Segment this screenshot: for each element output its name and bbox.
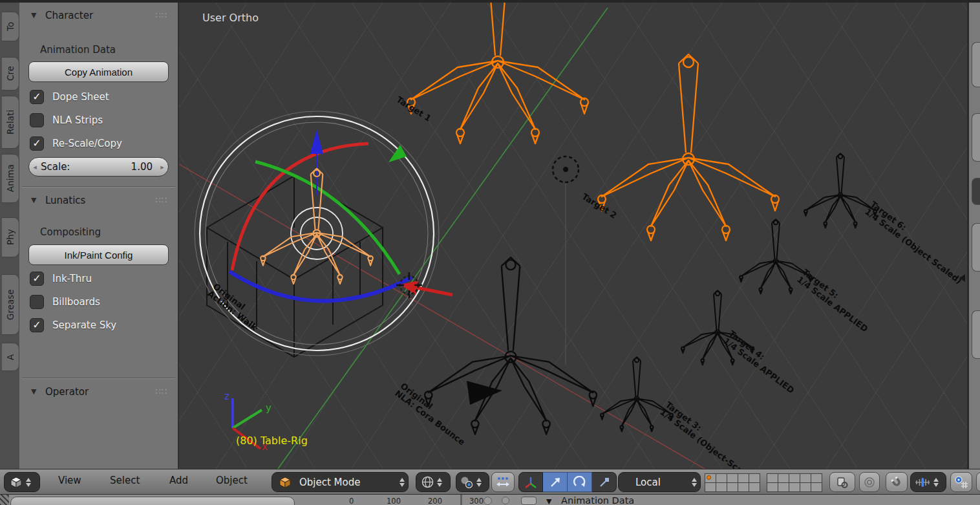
slider-left-arrow-icon[interactable]: ◂ — [29, 163, 41, 171]
layer-cell[interactable] — [800, 482, 811, 492]
checkbox-billboards[interactable]: Billboards — [30, 294, 100, 310]
manipulator-scale-button[interactable] — [592, 472, 617, 492]
rig-target-2[interactable] — [598, 54, 779, 241]
shading-dropdown[interactable] — [416, 472, 451, 492]
mode-dropdown[interactable]: Object Mode — [272, 472, 409, 492]
mode-label: Object Mode — [299, 477, 396, 488]
tab-grease[interactable]: Grease — [2, 274, 19, 335]
manipulator-translate-button[interactable] — [543, 472, 568, 492]
layer-cell[interactable] — [767, 473, 778, 483]
layer-cell[interactable] — [778, 482, 789, 492]
scale-icon — [598, 476, 611, 489]
checkbox-dope-sheet[interactable]: ✓ Dope Sheet — [30, 89, 109, 105]
manipulate-center-points-toggle[interactable] — [491, 472, 515, 492]
copy-animation-button[interactable]: Copy Animation — [28, 61, 169, 82]
region-separator — [460, 495, 462, 505]
tab-tools[interactable]: To — [2, 12, 19, 41]
right-tab-3-active[interactable] — [972, 178, 980, 205]
animation-data-panel-header[interactable]: ▼ Animation Data — [546, 495, 634, 505]
right-tab-5[interactable] — [972, 310, 980, 359]
snap-magnet-button[interactable] — [886, 472, 908, 492]
checkbox-box[interactable] — [30, 295, 44, 309]
menu-object[interactable]: Object — [216, 475, 248, 486]
region-expand-arrow-icon[interactable] — [959, 274, 965, 282]
proportional-edit-icon — [864, 477, 875, 488]
checkbox-box[interactable]: ✓ — [30, 136, 44, 151]
ruler-tick-label: 100 — [387, 497, 401, 505]
ink-paint-config-button[interactable]: Ink/Paint Config — [28, 244, 169, 265]
pivot-point-icon — [460, 476, 473, 489]
panel-grip-icon[interactable]: ∷∷ — [155, 10, 167, 20]
checkbox-box[interactable]: ✓ — [30, 318, 44, 332]
menu-add[interactable]: Add — [169, 475, 188, 486]
checkbox-separate-sky[interactable]: ✓ Separate Sky — [30, 317, 116, 334]
layer-cell[interactable] — [716, 482, 727, 492]
checkbox-rescale-copy[interactable]: ✓ Re-Scale/Copy — [30, 135, 122, 152]
layer-cell[interactable] — [705, 473, 716, 483]
rig-original-black[interactable] — [425, 257, 597, 435]
timeline-field[interactable] — [10, 497, 295, 505]
view-name-label: User Ortho — [202, 12, 259, 24]
proportional-edit-button[interactable] — [859, 472, 880, 492]
layer-cell[interactable] — [727, 482, 738, 492]
layer-cell[interactable] — [716, 473, 727, 483]
layer-cell[interactable] — [778, 473, 789, 483]
right-tab-2[interactable] — [972, 113, 980, 162]
snap-target-button[interactable] — [950, 472, 972, 492]
pivot-dropdown[interactable] — [456, 472, 489, 492]
round-button[interactable] — [484, 497, 492, 505]
rig-target-3[interactable] — [601, 357, 673, 431]
manipulator-axis-button[interactable] — [518, 472, 543, 492]
layer-cell[interactable] — [738, 473, 749, 483]
tab-create[interactable]: Cre — [2, 57, 19, 91]
checkbox-nla-strips[interactable]: NLA Strips — [30, 112, 103, 129]
slider-right-arrow-icon[interactable]: ▸ — [156, 163, 168, 171]
panel-checkbox[interactable] — [521, 497, 537, 505]
right-region-edge — [967, 3, 980, 469]
layer-cell[interactable] — [749, 473, 760, 483]
checkbox-label: Separate Sky — [52, 319, 116, 331]
menu-view[interactable]: View — [58, 475, 81, 486]
viewport-3d[interactable]: z y x User Ortho (80) Table-Rig Target 1… — [179, 3, 967, 469]
layer-cell[interactable] — [811, 473, 822, 483]
panel-grip-icon[interactable]: ∷∷ — [155, 387, 167, 396]
right-tab-4[interactable] — [972, 223, 980, 272]
layer-cell[interactable] — [749, 482, 760, 492]
checkbox-ink-thru[interactable]: ✓ Ink-Thru — [30, 270, 92, 287]
layer-cell[interactable] — [767, 482, 778, 492]
tab-animation[interactable]: Anima — [2, 154, 19, 203]
checkbox-box[interactable] — [30, 113, 44, 127]
menu-select[interactable]: Select — [110, 475, 140, 486]
snap-element-dropdown[interactable] — [910, 472, 946, 492]
checkbox-box[interactable]: ✓ — [30, 90, 44, 104]
panel-header-operator[interactable]: ▼ Operator ∷∷ — [23, 385, 174, 400]
layer-cell[interactable] — [800, 473, 811, 483]
panel-header-character[interactable]: ▼ Character ∷∷ — [23, 9, 174, 23]
corner-resize-grip[interactable] — [0, 495, 9, 505]
checkbox-label: Dope Sheet — [52, 91, 109, 103]
layer-cell[interactable] — [705, 482, 716, 492]
scale-slider[interactable]: ◂ Scale: 1.00 ▸ — [28, 157, 169, 177]
manipulator-rotate-button[interactable] — [568, 472, 592, 492]
tab-physics[interactable]: Phy — [2, 217, 19, 257]
panel-grip-icon[interactable]: ∷∷ — [155, 195, 167, 205]
right-tab-1[interactable] — [972, 42, 980, 87]
checkbox-box[interactable]: ✓ — [30, 272, 44, 286]
tab-a[interactable]: A — [2, 343, 19, 371]
layer-cell[interactable] — [811, 482, 822, 492]
lock-to-scene-button[interactable] — [829, 472, 855, 492]
orientation-dropdown[interactable]: Local — [618, 472, 701, 492]
clipped-header-button[interactable] — [976, 472, 980, 492]
editor-type-dropdown[interactable] — [4, 472, 40, 492]
tab-relations[interactable]: Relati — [2, 96, 19, 149]
checkbox-label: Billboards — [52, 296, 100, 308]
panel-header-lunatics[interactable]: ▼ Lunatics ∷∷ — [23, 194, 174, 208]
empty-object[interactable] — [553, 156, 579, 182]
layer-cell[interactable] — [727, 473, 738, 483]
layer-cell[interactable] — [738, 482, 749, 492]
round-button[interactable] — [502, 497, 509, 504]
collapse-triangle-icon: ▼ — [31, 11, 36, 19]
ruler-tick-label: 200 — [428, 497, 442, 505]
layer-cell[interactable] — [789, 473, 800, 483]
layer-cell[interactable] — [789, 482, 800, 492]
